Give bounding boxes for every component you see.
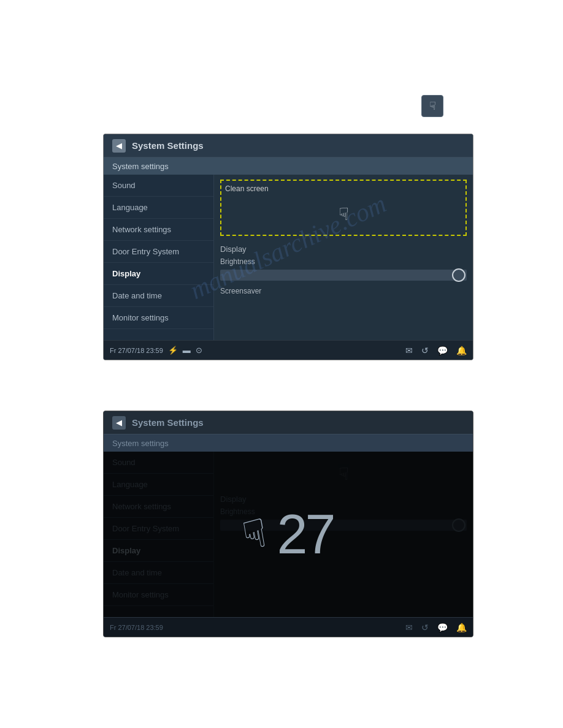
camera-icon: ⊙ — [196, 346, 202, 355]
monitor-icon: ▬ — [183, 346, 191, 355]
panel1-back-button[interactable]: ◀ — [112, 139, 126, 153]
display-section-label: Display — [214, 241, 473, 255]
clean-screen-hand-icon: ☟ — [339, 204, 349, 224]
panel2-status-bar: Fr 27/07/18 23:59 ✉ ↺ 💬 🔔 — [104, 617, 473, 637]
status-datetime: Fr 27/07/18 23:59 — [110, 347, 163, 354]
p2-status-right: ✉ ↺ 💬 🔔 — [405, 623, 467, 632]
p2-status-left: Fr 27/07/18 23:59 — [110, 624, 163, 631]
panel1-title: System Settings — [132, 140, 204, 151]
chat-icon[interactable]: 💬 — [437, 346, 448, 355]
sidebar-item-network[interactable]: Network settings — [104, 219, 213, 241]
sidebar-item-display[interactable]: Display — [104, 263, 213, 285]
screensaver-label: Screensaver — [214, 284, 473, 298]
countdown-number: 27 — [277, 503, 333, 566]
p2-bell-icon: 🔔 — [456, 623, 467, 632]
p2-history-icon: ↺ — [421, 623, 429, 632]
clean-screen-icon-box[interactable]: ☟ — [421, 95, 443, 117]
panel2-system-settings: ◀ System Settings System settings Sound … — [103, 411, 473, 637]
p2-status-datetime: Fr 27/07/18 23:59 — [110, 624, 163, 631]
mail-icon[interactable]: ✉ — [405, 346, 413, 355]
countdown-hand-icon: ☟ — [239, 510, 270, 559]
sidebar-item-door-entry[interactable]: Door Entry System — [104, 241, 213, 263]
panel1-subheader-text: System settings — [112, 162, 169, 171]
top-clean-icon-area: ☟ — [421, 95, 443, 117]
clean-screen-label: Clean screen — [225, 184, 462, 193]
clean-screen-section: Clean screen ☟ — [220, 180, 467, 236]
back-arrow-icon: ◀ — [116, 141, 122, 150]
back-arrow-icon2: ◀ — [116, 418, 122, 427]
p2-mail-icon: ✉ — [405, 623, 413, 632]
countdown-display: ☟ 27 — [243, 503, 333, 566]
panel1-status-bar: Fr 27/07/18 23:59 ⚡ ▬ ⊙ ✉ ↺ 💬 🔔 — [104, 340, 473, 360]
panel1-subheader: System settings — [104, 157, 473, 175]
clean-screen-icon-area[interactable]: ☟ — [225, 197, 462, 231]
panel1-system-settings: manualsarchive.com ◀ System Settings Sys… — [103, 134, 473, 360]
panel1-sidebar: Sound Language Network settings Door Ent… — [104, 175, 214, 340]
countdown-overlay[interactable]: ☟ 27 — [104, 452, 473, 617]
panel2-header: ◀ System Settings — [104, 411, 473, 434]
panel2-subheader-text: System settings — [112, 439, 169, 448]
panel1-main: Clean screen ☟ Display Brightness Screen… — [214, 175, 473, 340]
panel2-body: Sound Language Network settings Door Ent… — [104, 452, 473, 617]
p2-chat-icon: 💬 — [437, 623, 448, 632]
brightness-slider[interactable] — [220, 270, 467, 281]
history-icon[interactable]: ↺ — [421, 346, 429, 355]
hand-wave-icon: ☟ — [429, 99, 436, 113]
bell-icon[interactable]: 🔔 — [456, 346, 467, 355]
panel2-back-button[interactable]: ◀ — [112, 416, 126, 430]
status-left: Fr 27/07/18 23:59 ⚡ ▬ ⊙ — [110, 346, 202, 355]
panel1-body: Sound Language Network settings Door Ent… — [104, 175, 473, 340]
sidebar-item-language[interactable]: Language — [104, 197, 213, 219]
sidebar-item-monitor[interactable]: Monitor settings — [104, 307, 213, 329]
sidebar-item-sound[interactable]: Sound — [104, 175, 213, 197]
brightness-knob[interactable] — [452, 268, 465, 282]
panel2-subheader: System settings — [104, 434, 473, 452]
panel2-title: System Settings — [132, 417, 204, 428]
panel1-header: ◀ System Settings — [104, 134, 473, 157]
status-right: ✉ ↺ 💬 🔔 — [405, 346, 467, 355]
sidebar-item-datetime[interactable]: Date and time — [104, 285, 213, 307]
wifi-icon: ⚡ — [168, 346, 178, 355]
brightness-label: Brightness — [214, 255, 473, 268]
